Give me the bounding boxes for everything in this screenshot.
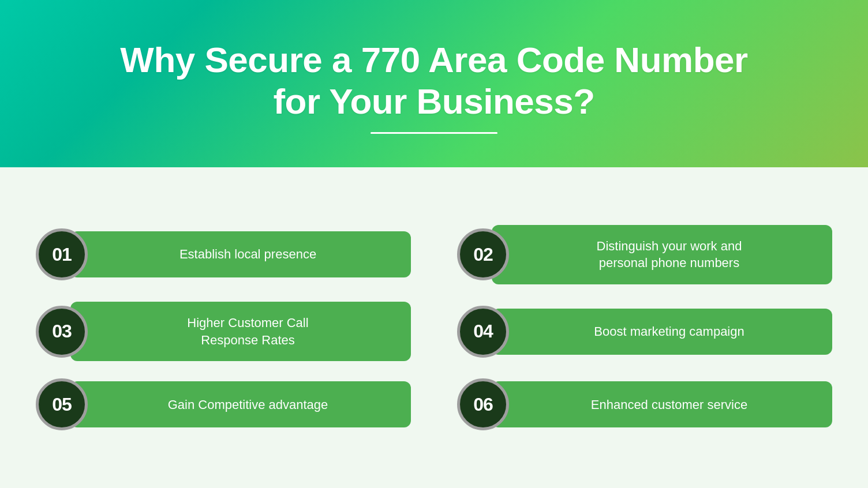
title-underline [371, 132, 497, 134]
card-content-01: Establish local presence [70, 231, 411, 277]
page-wrapper: Why Secure a 770 Area Code Number for Yo… [0, 0, 868, 488]
header-section: Why Secure a 770 Area Code Number for Yo… [0, 0, 868, 167]
card-text-03: Higher Customer CallResponse Rates [187, 314, 308, 348]
card-content-03: Higher Customer CallResponse Rates [70, 302, 411, 361]
card-content-04: Boost marketing campaign [492, 309, 832, 355]
card-badge-05: 05 [36, 378, 88, 430]
title-line1: Why Secure a 770 Area Code Number [120, 40, 747, 80]
card-number-05: 05 [52, 394, 72, 415]
title-line2: for Your Business? [273, 81, 594, 121]
card-badge-01: 01 [36, 228, 88, 280]
card-content-06: Enhanced customer service [492, 381, 832, 427]
card-text-05: Gain Competitive advantage [168, 396, 328, 414]
card-content-02: Distinguish your work andpersonal phone … [492, 225, 832, 284]
cards-grid: 01Establish local presence02Distinguish … [36, 225, 832, 431]
card-item-04: 04Boost marketing campaign [457, 302, 832, 361]
card-item-06: 06Enhanced customer service [457, 378, 832, 430]
card-text-02: Distinguish your work andpersonal phone … [597, 238, 742, 272]
card-item-03: 03Higher Customer CallResponse Rates [36, 302, 411, 361]
card-number-01: 01 [52, 244, 72, 265]
card-item-02: 02Distinguish your work andpersonal phon… [457, 225, 832, 284]
card-item-01: 01Establish local presence [36, 225, 411, 284]
card-number-04: 04 [473, 321, 493, 342]
card-text-01: Establish local presence [179, 246, 316, 263]
card-number-02: 02 [473, 244, 493, 265]
card-item-05: 05Gain Competitive advantage [36, 378, 411, 430]
page-title: Why Secure a 770 Area Code Number for Yo… [120, 39, 747, 122]
card-badge-02: 02 [457, 228, 509, 280]
card-number-06: 06 [473, 394, 493, 415]
card-badge-03: 03 [36, 306, 88, 358]
card-badge-06: 06 [457, 378, 509, 430]
card-badge-04: 04 [457, 306, 509, 358]
card-content-05: Gain Competitive advantage [70, 381, 411, 427]
card-text-04: Boost marketing campaign [594, 323, 744, 340]
card-number-03: 03 [52, 321, 72, 342]
bottom-section: 01Establish local presence02Distinguish … [0, 167, 868, 488]
card-text-06: Enhanced customer service [591, 396, 747, 414]
